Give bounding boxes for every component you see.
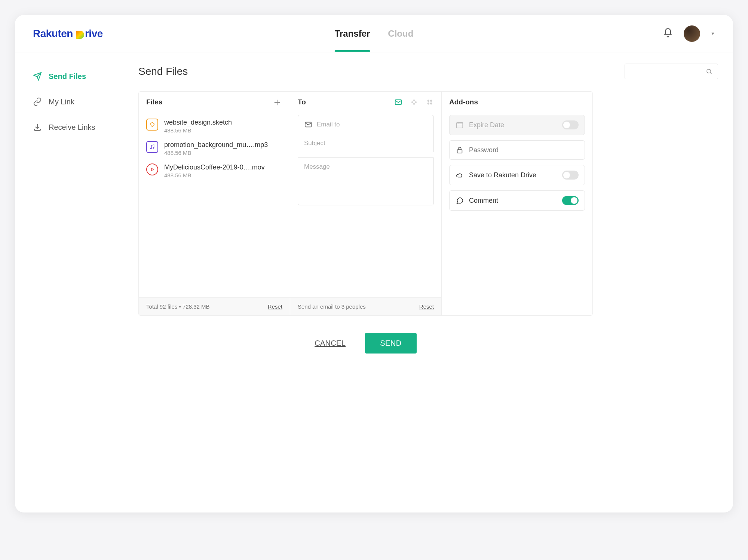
tab-cloud[interactable]: Cloud: [388, 15, 413, 52]
cloud-icon: [456, 171, 464, 179]
panel-files: Files ＋ website_design.sketch 488.56 MB: [139, 92, 290, 315]
addon-label: Expire Date: [469, 121, 504, 129]
video-icon: [146, 163, 158, 175]
svg-point-12: [430, 102, 432, 105]
sketch-icon: [146, 119, 158, 131]
svg-marker-3: [151, 168, 153, 171]
header: Rakuten rive Transfer Cloud ▼: [15, 15, 733, 52]
logo[interactable]: Rakuten rive: [33, 28, 103, 40]
sidebar-item-label: Send Files: [49, 72, 86, 81]
expire-toggle: [562, 120, 579, 129]
cancel-button[interactable]: CANCEL: [315, 339, 346, 348]
addon-save[interactable]: Save to Rakuten Drive: [449, 165, 585, 185]
logo-d-icon: [76, 31, 84, 39]
svg-point-11: [427, 102, 430, 105]
sidebar-item-send[interactable]: Send Files: [30, 67, 131, 85]
send-button[interactable]: SEND: [365, 333, 417, 354]
addon-expire: Expire Date: [449, 115, 585, 135]
password-field[interactable]: [469, 146, 579, 154]
svg-point-10: [430, 100, 432, 102]
file-name: MyDeliciousCoffee-2019-0….mov: [164, 163, 265, 171]
main: Send Files Files ＋: [138, 52, 733, 512]
file-name: website_design.sketch: [164, 119, 232, 126]
to-reset-button[interactable]: Reset: [419, 303, 434, 310]
chevron-down-icon[interactable]: ▼: [711, 31, 715, 36]
sidebar: Send Files My Link Receive Links: [15, 52, 138, 512]
file-row[interactable]: promotion_background_mu….mp3 488.56 MB: [146, 137, 282, 160]
sidebar-item-label: My Link: [49, 98, 74, 106]
message-field-wrapper: [298, 157, 434, 205]
svg-point-1: [150, 148, 151, 149]
search-icon: [706, 68, 712, 75]
addon-password[interactable]: [449, 140, 585, 160]
calendar-icon: [456, 121, 464, 129]
addon-label: Comment: [469, 197, 498, 205]
email-field[interactable]: [317, 121, 427, 128]
panels: Files ＋ website_design.sketch 488.56 MB: [138, 91, 593, 316]
file-name: promotion_background_mu….mp3: [164, 141, 268, 149]
save-toggle[interactable]: [562, 171, 579, 180]
share-icon[interactable]: [426, 98, 434, 106]
panel-addons: Add-ons Expire Date: [442, 92, 592, 315]
svg-point-2: [153, 147, 154, 149]
panel-addons-title: Add-ons: [449, 98, 478, 106]
audio-icon: [146, 141, 158, 153]
files-reset-button[interactable]: Reset: [268, 303, 282, 310]
svg-rect-8: [413, 103, 415, 105]
logo-text-rakuten: Rakuten: [33, 28, 73, 40]
subject-field[interactable]: [304, 140, 427, 147]
files-total: Total 92 files • 728.32 MB: [146, 303, 210, 310]
svg-rect-14: [457, 123, 463, 128]
lock-icon: [456, 146, 464, 154]
sidebar-item-mylink[interactable]: My Link: [30, 93, 131, 111]
sidebar-item-label: Receive Links: [49, 123, 95, 132]
panel-to-title: To: [298, 98, 306, 106]
panel-to: To: [290, 92, 442, 315]
svg-rect-5: [411, 101, 414, 103]
slack-icon[interactable]: [410, 98, 418, 106]
search-input[interactable]: [625, 64, 718, 79]
body: Send Files My Link Receive Links Send Fi…: [15, 52, 733, 512]
addon-comment[interactable]: Comment: [449, 190, 585, 211]
addon-label: Save to Rakuten Drive: [469, 171, 536, 179]
page-title: Send Files: [138, 65, 188, 77]
comment-icon: [456, 196, 464, 205]
send-icon: [33, 72, 42, 81]
envelope-icon: [304, 120, 312, 129]
file-size: 488.56 MB: [164, 127, 232, 134]
main-tabs: Transfer Cloud: [335, 15, 414, 52]
file-size: 488.56 MB: [164, 172, 265, 178]
svg-point-0: [707, 69, 711, 73]
tab-transfer[interactable]: Transfer: [335, 15, 370, 52]
to-footer-text: Send an email to 3 peoples: [298, 303, 366, 310]
bell-icon[interactable]: [663, 28, 673, 40]
message-field[interactable]: [304, 163, 427, 178]
svg-point-9: [427, 100, 430, 102]
sidebar-item-receive[interactable]: Receive Links: [30, 118, 131, 136]
actions: CANCEL SEND: [138, 333, 593, 354]
add-file-button[interactable]: ＋: [272, 97, 282, 107]
avatar[interactable]: [684, 25, 700, 42]
svg-rect-7: [413, 100, 415, 102]
download-icon: [33, 123, 42, 132]
svg-rect-6: [415, 101, 417, 103]
file-size: 488.56 MB: [164, 150, 268, 156]
file-row[interactable]: MyDeliciousCoffee-2019-0….mov 488.56 MB: [146, 160, 282, 182]
logo-text-drive: rive: [85, 28, 103, 40]
email-field-wrapper: [298, 115, 434, 134]
svg-rect-15: [457, 150, 462, 153]
comment-toggle[interactable]: [562, 196, 579, 205]
app-window: Rakuten rive Transfer Cloud ▼: [15, 15, 733, 512]
mail-icon[interactable]: [394, 98, 402, 106]
panel-files-title: Files: [146, 98, 162, 106]
subject-field-wrapper: [298, 134, 434, 152]
link-icon: [33, 97, 42, 106]
file-row[interactable]: website_design.sketch 488.56 MB: [146, 115, 282, 137]
